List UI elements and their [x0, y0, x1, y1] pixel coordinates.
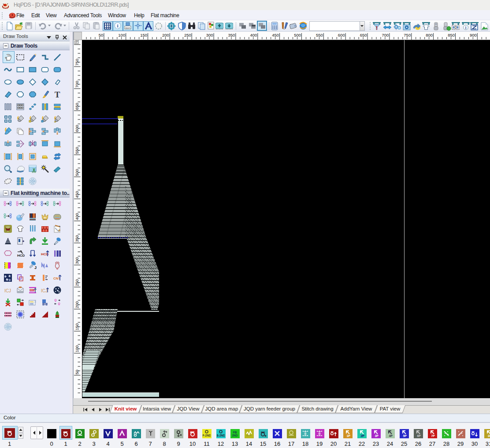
svg-text:5P: 5P	[403, 434, 407, 437]
svg-text:6P: 6P	[417, 434, 421, 437]
svg-text:F-2ND: F-2ND	[203, 434, 211, 437]
svg-text:200: 200	[162, 33, 169, 37]
svg-text:700: 700	[382, 33, 389, 37]
svg-text:1P: 1P	[346, 434, 350, 437]
svg-text:2P: 2P	[360, 434, 364, 437]
svg-text:100: 100	[118, 33, 125, 37]
svg-text:HCD: HCD	[17, 254, 25, 258]
svg-text:FB: FB	[233, 431, 237, 434]
svg-text:500: 500	[294, 33, 301, 37]
svg-text:300: 300	[206, 33, 213, 37]
svg-text:850: 850	[448, 33, 455, 37]
svg-text:icon: icon	[125, 26, 130, 29]
svg-text:i: i	[117, 23, 118, 28]
svg-text:3P: 3P	[375, 434, 379, 437]
svg-text:B-2ND: B-2ND	[217, 434, 225, 437]
svg-text:CNT: CNT	[53, 276, 61, 280]
svg-text:ICJ: ICJ	[4, 288, 11, 293]
svg-text:650: 650	[360, 33, 367, 37]
svg-text:550: 550	[316, 33, 323, 37]
svg-text:50: 50	[74, 370, 79, 374]
svg-text:1P: 1P	[487, 434, 490, 437]
svg-text:50: 50	[99, 33, 104, 37]
svg-text:600: 600	[338, 33, 345, 37]
svg-text:4P: 4P	[389, 434, 393, 437]
svg-text:2ND: 2ND	[232, 434, 238, 437]
svg-text:900: 900	[470, 33, 477, 37]
svg-text:800: 800	[426, 33, 433, 37]
svg-text:450: 450	[272, 33, 279, 37]
svg-text:250: 250	[184, 33, 191, 37]
svg-text:!: !	[376, 25, 378, 31]
svg-text:i: i	[465, 26, 467, 30]
svg-text:J: J	[34, 265, 37, 270]
svg-text:400: 400	[250, 33, 257, 37]
svg-text:750: 750	[404, 33, 411, 37]
svg-text:T: T	[55, 90, 60, 99]
svg-text:150: 150	[140, 33, 147, 37]
svg-text:350: 350	[228, 33, 235, 37]
svg-text:7P: 7P	[431, 434, 435, 437]
